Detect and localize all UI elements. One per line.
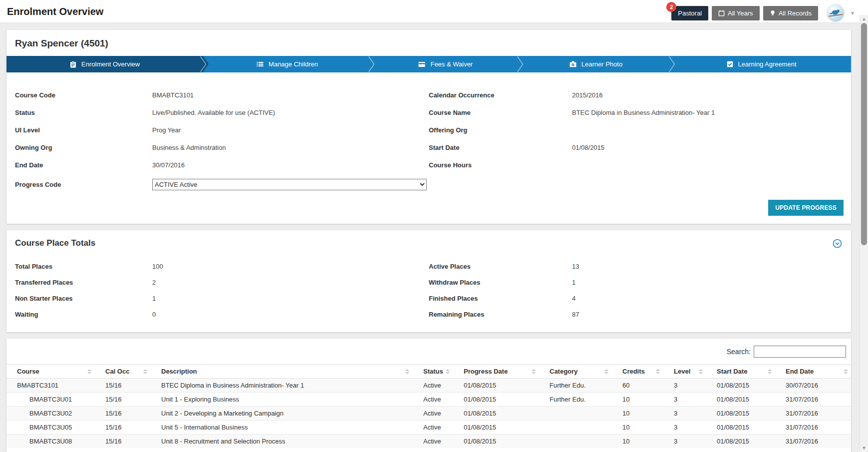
- field-label: Start Date: [429, 144, 572, 151]
- collapse-chevron-icon[interactable]: [833, 239, 842, 248]
- sort-icon: [844, 369, 848, 374]
- all-records-button[interactable]: All Records: [763, 6, 818, 20]
- tab-separator: [517, 56, 523, 72]
- col-level[interactable]: Level: [663, 365, 706, 379]
- field-course-code: Course Code BMABTC3101: [6, 86, 429, 104]
- tab-separator: [669, 56, 675, 72]
- table-row[interactable]: BMABTC3U05 15/16 Unit 5 - International …: [6, 421, 851, 435]
- list-icon: [257, 61, 264, 67]
- main-content: Ryan Spencer (4501) Enrolment Overview M…: [0, 23, 868, 452]
- chevron-down-icon[interactable]: ▼: [850, 10, 855, 16]
- sort-icon: [656, 369, 660, 374]
- sort-icon: [405, 369, 409, 374]
- scroll-down-arrow[interactable]: ▼: [860, 446, 868, 451]
- vertical-scrollbar[interactable]: ▲ ▼: [860, 15, 868, 452]
- update-progress-button[interactable]: UPDATE PROGRESS: [768, 200, 844, 216]
- all-years-label: All Years: [728, 9, 753, 17]
- field-label: UI Level: [15, 126, 152, 134]
- search-input[interactable]: [754, 346, 846, 358]
- col-cal-occ[interactable]: Cal Occ: [95, 365, 151, 379]
- pastoral-label: Pastoral: [678, 9, 702, 17]
- field-value: BMABTC3101: [152, 91, 194, 99]
- tab-learner-photo[interactable]: Learner Photo: [520, 56, 672, 72]
- col-end-date[interactable]: End Date: [775, 365, 851, 379]
- field-label: Remaining Places: [429, 311, 572, 318]
- progress-code-select[interactable]: ACTIVE Active: [152, 179, 427, 190]
- scroll-up-arrow[interactable]: ▲: [860, 16, 868, 21]
- courses-table: Course Cal Occ Description Status Progre…: [6, 364, 851, 448]
- col-status[interactable]: Status: [413, 365, 453, 379]
- notification-badge: 2: [666, 2, 676, 12]
- withdraw-places-row: Withdraw Places 1: [429, 274, 851, 290]
- sort-icon: [143, 369, 147, 374]
- field-label: Waiting: [15, 311, 152, 318]
- field-value: Live/Published. Available for use (ACTIV…: [152, 109, 275, 116]
- non-starter-places-row: Non Starter Places 1: [6, 290, 429, 306]
- tab-label: Learning Agreement: [738, 60, 797, 68]
- field-label: Course Hours: [429, 161, 572, 169]
- tab-label: Learner Photo: [581, 60, 622, 68]
- field-label: Owning Org: [15, 144, 152, 151]
- field-label: Course Code: [15, 91, 152, 99]
- tab-enrolment-overview[interactable]: Enrolment Overview: [6, 56, 203, 72]
- tab-learning-agreement[interactable]: Learning Agreement: [672, 56, 851, 72]
- field-label: Total Places: [15, 263, 152, 270]
- scrollbar-thumb[interactable]: [861, 23, 867, 245]
- topbar-actions: 2 Pastoral All Years All Records: [671, 4, 855, 22]
- field-value: 2: [152, 279, 156, 286]
- field-progress-code: Progress Code ACTIVE Active: [6, 174, 851, 195]
- tab-fees-waiver[interactable]: Fees & Waiver: [371, 56, 520, 72]
- field-value: 0: [152, 311, 156, 318]
- top-bar: Enrolment Overview 2 Pastoral All Years …: [0, 0, 868, 23]
- sort-icon: [532, 369, 536, 374]
- field-offering-org: Offering Org: [429, 121, 851, 139]
- col-credits[interactable]: Credits: [612, 365, 663, 379]
- search-label: Search:: [727, 348, 751, 356]
- field-value: BTEC Diploma in Business Administration-…: [572, 109, 715, 116]
- field-label: Withdraw Places: [429, 279, 572, 286]
- all-years-button[interactable]: All Years: [712, 6, 760, 20]
- col-category[interactable]: Category: [539, 365, 612, 379]
- table-search-row: Search:: [6, 346, 851, 358]
- field-label: Course Name: [429, 109, 572, 116]
- transferred-places-row: Transferred Places 2: [6, 274, 429, 290]
- table-row[interactable]: BMABTC3U08 15/16 Unit 8 - Recruitment an…: [6, 435, 851, 449]
- field-label: End Date: [15, 161, 152, 169]
- col-start-date[interactable]: Start Date: [706, 365, 775, 379]
- col-progress-date[interactable]: Progress Date: [453, 365, 539, 379]
- avatar[interactable]: [827, 4, 845, 22]
- tab-separator: [368, 56, 374, 72]
- tab-separator: [200, 56, 207, 72]
- field-label: Offering Org: [429, 126, 572, 134]
- field-end-date: End Date 30/07/2016: [6, 156, 429, 174]
- table-row[interactable]: BMABTC3U01 15/16 Unit 1 - Exploring Busi…: [6, 393, 851, 407]
- sort-icon: [699, 369, 703, 374]
- remaining-places-row: Remaining Places 87: [429, 306, 851, 322]
- field-value: 1: [152, 295, 156, 302]
- enrolment-card: Ryan Spencer (4501) Enrolment Overview M…: [6, 30, 851, 224]
- field-value: 30/07/2016: [152, 161, 185, 169]
- student-heading: Ryan Spencer (4501): [15, 38, 851, 49]
- calendar-icon: [718, 10, 725, 16]
- field-value: Business & Adminstration: [152, 144, 226, 151]
- totals-right-column: Active Places 13 Withdraw Places 1 Finis…: [429, 258, 851, 322]
- tab-manage-children[interactable]: Manage Children: [203, 56, 371, 72]
- field-value: 13: [572, 263, 579, 270]
- pastoral-button[interactable]: 2 Pastoral: [671, 6, 708, 20]
- col-course[interactable]: Course: [6, 365, 95, 379]
- table-row[interactable]: BMABTC3U02 15/16 Unit 2 - Developing a M…: [6, 407, 851, 421]
- checkbox-icon: [727, 61, 733, 67]
- sort-icon: [768, 369, 772, 374]
- table-header-row: Course Cal Occ Description Status Progre…: [6, 365, 851, 379]
- wallet-icon: [418, 61, 425, 67]
- page-title: Enrolment Overview: [7, 6, 103, 17]
- totals-title: Course Place Totals: [15, 238, 95, 248]
- details-right-column: Calendar Occurrence 2015/2016 Course Nam…: [429, 86, 851, 174]
- col-description[interactable]: Description: [151, 365, 413, 379]
- field-value: 01/08/2015: [572, 144, 604, 151]
- course-place-totals-card: Course Place Totals Total Places 100 Tra…: [6, 230, 851, 332]
- field-value: 1: [572, 279, 576, 286]
- field-owning-org: Owning Org Business & Adminstration: [6, 139, 429, 156]
- sort-icon: [604, 369, 608, 374]
- table-row[interactable]: BMABTC3101 15/16 BTEC Diploma in Busines…: [6, 379, 851, 393]
